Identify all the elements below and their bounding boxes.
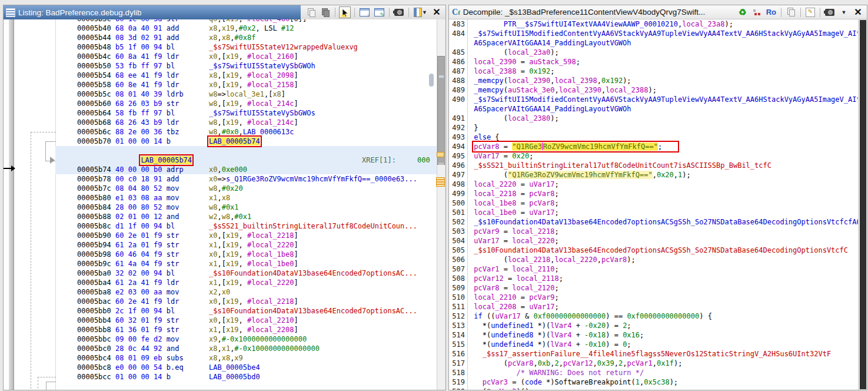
decompile-line[interactable]: A6SpacerVAItGGAA14_PaddingLayoutVGWOh: [449, 38, 859, 48]
decompile-line[interactable]: 502 _$s10Foundation4DataV13base64Encoded…: [449, 217, 859, 227]
listing-display-button[interactable]: ▼: [413, 6, 428, 18]
decompile-line[interactable]: 499 local_2218 = pcVar8;: [449, 189, 859, 198]
listing-row[interactable]: 00005b54 68 ee 41 f9 ldr x8,[x19, #local…: [55, 71, 437, 80]
listing-row[interactable]: 00005b90 60 2e 01 f9 str x0,[x19, #local…: [55, 231, 437, 240]
listing-row[interactable]: 00005b9c 61 4a 04 f9 str x1,[x19, #local…: [55, 259, 437, 269]
listing-row[interactable]: 00005b48 b5 1f 00 94 bl _$s7SwiftUI5Stat…: [55, 42, 437, 52]
edit-fields-button[interactable]: ✎: [373, 6, 385, 18]
listing-row[interactable]: 00005b7c 08 04 80 52 mov w8,#0x20: [55, 184, 437, 193]
paste-button[interactable]: [320, 6, 331, 18]
decompile-line[interactable]: 498 local_2220 = uVar17;: [449, 180, 859, 189]
scroll-marker[interactable]: [438, 163, 444, 165]
readonly-toggle[interactable]: Ro: [765, 6, 777, 18]
listing-row[interactable]: 00005bcc 01 00 00 14 b LAB_00005bd0: [55, 372, 437, 382]
decompile-line[interactable]: 509 pcVar8 = local_2120;: [449, 283, 859, 293]
decompile-line[interactable]: 495 uVar17 = 0x20;: [449, 151, 859, 161]
decompile-line[interactable]: 517 (pcVar8,0xb,2,pcVar12,0x39,2,pcVar1,…: [449, 359, 859, 368]
listing-row[interactable]: 00005bb8 61 36 01 f9 str x1,[x19, #local…: [55, 325, 437, 334]
listing-row[interactable]: 00005b3c 60 1c 00 3d str q0,[x19, #local…: [55, 19, 437, 24]
listing-row[interactable]: 00005bac 60 2e 41 f9 ldr x0,[x19, #local…: [55, 297, 437, 306]
bookmark-marker[interactable]: [429, 74, 434, 87]
listing-row[interactable]: 00005b94 61 2a 01 f9 str x1,[x19, #local…: [55, 240, 437, 250]
listing-row[interactable]: 00005b8c d1 1f 00 94 bl _$sSS21_builtinS…: [55, 221, 437, 231]
decompile-line[interactable]: 507 pcVar1 = local_2110;: [449, 264, 859, 274]
cursor-location-toggle[interactable]: [339, 6, 351, 18]
listing-row[interactable]: 00005bc0 28 0c 44 92 and x8,x1,#-0x10000…: [55, 344, 437, 353]
snapshot-button[interactable]: [824, 6, 836, 18]
decompile-line[interactable]: A6SpacerVAItGGAA14_PaddingLayoutVGWOh: [449, 104, 859, 114]
decompile-line[interactable]: 492 }: [449, 123, 859, 132]
decompile-line[interactable]: 513 *(undefined1 *)(lVar4 + -0x20) = 2;: [449, 321, 859, 330]
listing-row[interactable]: 00005b84 28 00 80 52 mov w8,#0x1: [55, 203, 437, 212]
panel-menu-button[interactable]: ▼: [838, 6, 850, 18]
decompile-line[interactable]: 483 PTR__$s7SwiftUI4TextVAA4ViewAAWP_000…: [449, 19, 859, 29]
decompile-line[interactable]: 514 *(undefined8 *)(lVar4 + -0x18) = 0x1…: [449, 330, 859, 340]
listing-row[interactable]: 00005bc4 08 01 09 eb subs x8,x8,x9: [55, 353, 437, 363]
listing-row[interactable]: 00005bc8 e0 00 00 54 b.eq LAB_00005be4: [55, 363, 437, 372]
analysis-marker[interactable]: [436, 177, 445, 187]
decompile-line[interactable]: 511 local_2208 = uVar17;: [449, 302, 859, 312]
decompile-line[interactable]: 515 *(undefined4 *)(lVar4 + -0x10) = 0;: [449, 340, 859, 349]
listing-row[interactable]: 00005b78 00 c0 18 91 add x0=>s_Q1RGe3RoZ…: [55, 174, 437, 184]
scrollbar-thumb[interactable]: [860, 20, 866, 389]
graph-button[interactable]: [751, 6, 763, 18]
copy-button[interactable]: [305, 6, 317, 18]
listing-row[interactable]: 00005b50 53 fb ff 97 bl _$s7SwiftUI5Stat…: [55, 61, 437, 71]
listing-row[interactable]: 00005ba8 e2 03 00 aa mov x2,x0: [55, 287, 437, 297]
decompile-line[interactable]: 493 else {: [449, 132, 859, 142]
snapshot-button[interactable]: [393, 6, 405, 18]
decompile-line[interactable]: 503 pcVar9 = local_2218;: [449, 227, 859, 236]
re-decompile-button[interactable]: ♻: [737, 6, 749, 18]
decompile-line[interactable]: 486 local_2390 = auStack_598;: [449, 57, 859, 67]
decompile-line[interactable]: 484 _$s7SwiftUI15ModifiedContentVyAA6VSt…: [449, 29, 859, 38]
decompile-line[interactable]: 512 if ((uVar17 & 0xf00000000000000) == …: [449, 312, 859, 321]
listing-row[interactable]: 00005bbc 09 00 fe d2 mov x9,#-0x10000000…: [55, 334, 437, 344]
listing-panel-header[interactable]: Listing: BadPreference.debug.dylib ↓ ✎ ▼…: [4, 5, 445, 19]
decompile-line[interactable]: 508 pcVar12 = local_2118;: [449, 274, 859, 283]
decompile-scrollbar[interactable]: [858, 19, 867, 390]
listing-row[interactable]: 00005b98 60 46 04 f9 str x0,[x19, #local…: [55, 250, 437, 259]
decompile-line[interactable]: 490 _$s7SwiftUI15ModifiedContentVyAA6VSt…: [449, 95, 859, 104]
edit-button[interactable]: ✎: [804, 6, 816, 18]
decompile-line[interactable]: 488 _memcpy(local_2390,local_2398,0x192)…: [449, 76, 859, 85]
listing-row[interactable]: 00005b88 02 01 00 12 and w2,w8,#0x1: [55, 212, 437, 221]
listing-row[interactable]: 00005b70 01 00 00 14 b LAB_00005b74: [55, 137, 437, 146]
listing-row[interactable]: 00005b80 e1 03 08 aa mov x1,x8: [55, 193, 437, 203]
listing-row[interactable]: 00005ba0 32 02 00 94 bl _$s10Foundation4…: [55, 269, 437, 278]
listing-row[interactable]: 00005b5c 08 01 40 39 ldrb w8=>local_3e1,…: [55, 90, 437, 99]
decompile-line[interactable]: 485 (local_23a0);: [449, 48, 859, 57]
decompile-line[interactable]: 504 uVar17 = local_2220;: [449, 236, 859, 246]
listing-row[interactable]: 00005b60 68 26 03 b9 str w8,[x19, #local…: [55, 99, 437, 108]
decompile-line[interactable]: 501 local_1be0 = uVar17;: [449, 208, 859, 217]
listing-row[interactable]: 00005b4c 60 8a 41 f9 ldr x0,[x19, #local…: [55, 52, 437, 61]
expand-fields-button[interactable]: ↓: [358, 6, 371, 18]
decompile-line[interactable]: 497 ("Q1RGe3RoZV9wcmVmc19hcmVfYmFkfQ==",…: [449, 170, 859, 180]
listing-row[interactable]: 00005b68 68 26 43 b9 ldr w8,[x19, #local…: [55, 118, 437, 127]
listing-row[interactable]: 00005ba4 61 2a 41 f9 ldr x1,[x19, #local…: [55, 278, 437, 287]
decompile-line[interactable]: 489 _memcpy(auStack_3e0,local_2390,local…: [449, 85, 859, 95]
decompile-line[interactable]: 494 pcVar8 = "Q1RGe3RoZV9wcmVmc19hcmVfYm…: [449, 142, 859, 151]
listing-row[interactable]: 00005b74 40 00 00 b0 adrp x0,0xe000: [55, 165, 437, 174]
decompile-line[interactable]: 519 pcVar3 = (code *)SoftwareBreakpoint(…: [449, 377, 859, 387]
decompile-line[interactable]: 518 /* WARNING: Does not return */: [449, 368, 859, 377]
analysis-marker[interactable]: [437, 152, 444, 157]
decompile-line[interactable]: 506 (local_2218,local_2220,pcVar8);: [449, 255, 859, 264]
decompile-line[interactable]: 491 (local_2380);: [449, 114, 859, 123]
listing-row[interactable]: 00005b40 68 0a 40 91 add x8,x19,#0x2, LS…: [55, 24, 437, 33]
listing-row[interactable]: 00005bb4 60 32 01 f9 str x0,[x19, #local…: [55, 316, 437, 325]
decompile-line[interactable]: 520 (*pcVar3)();: [449, 387, 859, 390]
decompile-line[interactable]: 500 local_1be8 = pcVar8;: [449, 198, 859, 208]
listing-scrollbar[interactable]: [437, 19, 445, 390]
decompile-panel-header[interactable]: Cf Decompile: _$s13BadPreference11Conten…: [449, 5, 867, 19]
decompile-line[interactable]: 496 _$sSS21_builtinStringLiteral17utf8Co…: [449, 161, 859, 170]
listing-row[interactable]: 00005b44 08 3d 02 91 add x8,x8,#0x8f: [55, 33, 437, 42]
scroll-marker[interactable]: [439, 75, 444, 78]
marker-margin[interactable]: [9, 19, 14, 390]
close-button[interactable]: ✕: [431, 6, 443, 18]
close-button[interactable]: ✕: [852, 6, 864, 18]
decompile-line[interactable]: 505 _$s10Foundation4DataV13base64Encoded…: [449, 246, 859, 255]
listing-row[interactable]: 00005b58 60 8e 41 f9 ldr x0,[x19, #local…: [55, 80, 437, 90]
decompile-line[interactable]: 487 local_2388 = 0x192;: [449, 67, 859, 76]
listing-row[interactable]: 00005bb0 2c 1f 00 94 bl _$s10Foundation4…: [55, 306, 437, 316]
listing-row[interactable]: 00005b64 58 fb ff 97 bl _$s7SwiftUI5Stat…: [55, 108, 437, 118]
